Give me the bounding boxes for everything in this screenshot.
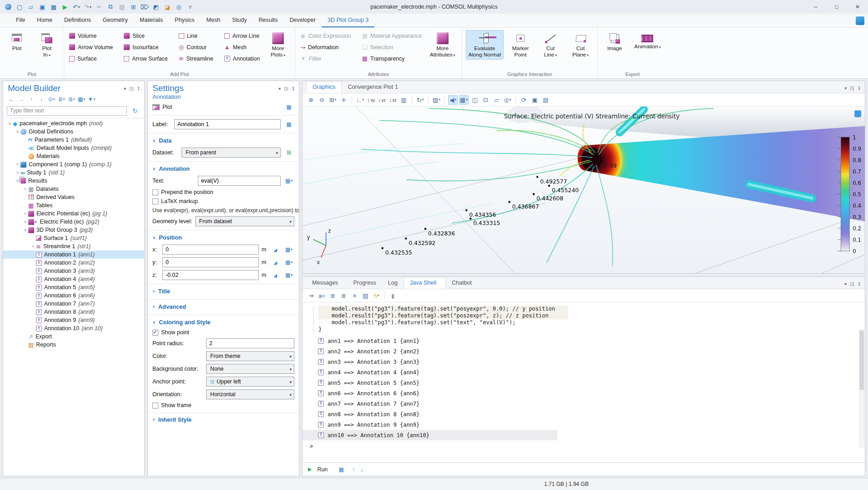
tree-item-annotation-3[interactable]: TAnnotation 3{ann3} bbox=[3, 267, 144, 275]
annotation-text-input[interactable] bbox=[198, 176, 281, 186]
find-icon[interactable]: ◎ bbox=[173, 1, 184, 12]
tree-item-surface-1[interactable]: Surface 1{surf1} bbox=[3, 234, 144, 242]
back-icon[interactable]: ← bbox=[7, 95, 16, 104]
customize-toolbar-icon[interactable]: ▿ bbox=[185, 1, 196, 12]
expand-cells-icon[interactable]: ≣ bbox=[339, 291, 348, 301]
go-to-view-icon[interactable]: ∟▾ bbox=[355, 95, 365, 105]
forward-icon[interactable]: → bbox=[17, 95, 26, 104]
clear-selection-icon[interactable]: ◪ bbox=[162, 1, 173, 12]
tree-item-results[interactable]: ∨Results bbox=[3, 177, 144, 185]
speaker-icon[interactable]: ◀▾ bbox=[448, 95, 458, 105]
graphics-canvas[interactable]: Surface: Electric potential (V) Streamli… bbox=[303, 107, 865, 273]
tab-progress[interactable]: Progress bbox=[347, 277, 382, 289]
mesh-button[interactable]: ▲Mesh bbox=[223, 44, 261, 51]
model-tree-view-icon[interactable]: ▦▾ bbox=[77, 95, 86, 104]
tree-item-streamline-1[interactable]: >≋Streamline 1{str1} bbox=[3, 242, 144, 250]
image-button[interactable]: Image bbox=[601, 30, 628, 53]
variables-icon[interactable]: a= bbox=[317, 291, 327, 301]
shell-prompt[interactable]: > bbox=[303, 440, 865, 449]
tree-item-electric-field-ec-[interactable]: >∗Electric Field (ec){pg2} bbox=[3, 218, 144, 226]
expanded-icon[interactable]: ∨ bbox=[15, 179, 20, 183]
slice-button[interactable]: Slice bbox=[122, 32, 169, 40]
z-menu-button[interactable] bbox=[283, 270, 294, 280]
tree-item-component-1-comp-1-[interactable]: >Component 1 (comp 1){comp 1} bbox=[3, 160, 144, 168]
tree-item-annotation-2[interactable]: TAnnotation 2{ann2} bbox=[3, 259, 144, 267]
tab-java-shell[interactable]: Java Shell bbox=[404, 277, 446, 289]
tree-item-tables[interactable]: ▦Tables bbox=[3, 201, 144, 209]
section-position[interactable]: Position bbox=[148, 230, 299, 243]
tab-physics[interactable]: Physics bbox=[169, 14, 200, 27]
tab-home[interactable]: Home bbox=[31, 14, 58, 27]
console-icon[interactable] bbox=[336, 464, 347, 475]
show-output-icon[interactable]: ≡ bbox=[350, 291, 359, 301]
text-expression-button[interactable] bbox=[283, 176, 294, 186]
arrow-line-button[interactable]: Arrow Line bbox=[223, 32, 261, 40]
table-view-icon[interactable]: ▦▾ bbox=[459, 95, 469, 105]
java-shell-output[interactable]: model.result("pg3").feature(tag).set("po… bbox=[303, 302, 865, 462]
tab-chatbot[interactable]: Chatbot bbox=[446, 277, 481, 289]
collapse-cells-icon[interactable]: ≣ bbox=[328, 291, 338, 301]
show-frame-checkbox[interactable] bbox=[152, 403, 158, 408]
line-button[interactable]: Line bbox=[177, 32, 215, 40]
zoom-out-icon[interactable]: ⊖ bbox=[317, 95, 327, 105]
x-menu-button[interactable] bbox=[283, 245, 294, 255]
transparency-button[interactable]: ▦Transparency bbox=[361, 55, 424, 62]
legend-toggle-icon[interactable] bbox=[854, 110, 861, 117]
print-icon[interactable]: ▤ bbox=[541, 95, 550, 105]
app-logo-icon[interactable] bbox=[3, 1, 14, 12]
duplicate-icon[interactable]: ⊞ bbox=[128, 1, 139, 12]
float-icon[interactable]: ◳ bbox=[284, 86, 288, 91]
save-icon[interactable]: ▣ bbox=[37, 1, 48, 12]
float-icon[interactable]: ◳ bbox=[850, 281, 854, 286]
move-down-icon[interactable]: ↓ bbox=[37, 95, 46, 104]
plot-button[interactable]: Plot bbox=[4, 30, 30, 53]
z-range-button[interactable] bbox=[270, 270, 281, 280]
chevron-down-icon[interactable]: ▾ bbox=[124, 86, 126, 91]
run-icon[interactable]: ▶ bbox=[308, 466, 312, 472]
shell-scrollbar[interactable] bbox=[859, 329, 864, 448]
more-plots-button[interactable]: MorePlots▾ bbox=[265, 30, 291, 60]
show-point-checkbox[interactable] bbox=[152, 330, 158, 336]
tab-3d-plot-group-3[interactable]: 3D Plot Group 3 bbox=[322, 14, 374, 27]
tree-item-default-model-inputs[interactable]: ≪Default Model Inputs{cminpt} bbox=[3, 144, 144, 152]
tree-item-electric-potential-ec-[interactable]: >Electric Potential (ec){pg 1} bbox=[3, 209, 144, 218]
dataset-add-button[interactable] bbox=[283, 148, 294, 158]
prepend-position-checkbox[interactable] bbox=[152, 189, 158, 195]
tree-item-datasets[interactable]: >▦Datasets bbox=[3, 185, 144, 193]
stop-icon[interactable]: ▮ bbox=[388, 291, 398, 301]
camera-icon[interactable]: ▣ bbox=[530, 95, 540, 105]
y-menu-button[interactable] bbox=[283, 257, 294, 267]
x-position-input[interactable] bbox=[162, 245, 259, 255]
collapsed-icon[interactable]: > bbox=[15, 162, 20, 167]
tree-item-annotation-10[interactable]: TAnnotation 10{ann 10} bbox=[3, 324, 144, 332]
collapsed-icon[interactable]: > bbox=[22, 187, 28, 191]
save-as-icon[interactable]: ▩ bbox=[48, 1, 59, 12]
tree-item-pacemaker-electrode-mph[interactable]: ∨◆pacemaker_electrode.mph(root) bbox=[3, 119, 144, 128]
background-color-select[interactable]: None bbox=[206, 364, 294, 374]
chevron-down-icon[interactable]: ▾ bbox=[278, 86, 281, 91]
evaluate-along-normal-button[interactable]: EvaluateAlong Normal bbox=[466, 30, 504, 60]
open-file-icon[interactable]: ▱ bbox=[25, 1, 36, 12]
plot-settings-icon[interactable]: ▧▾ bbox=[432, 95, 441, 105]
marker-point-button[interactable]: MarkerPoint bbox=[507, 30, 534, 60]
collapsed-icon[interactable]: > bbox=[22, 211, 28, 216]
tree-item-annotation-8[interactable]: TAnnotation 8{ann8} bbox=[3, 308, 144, 316]
next-command-icon[interactable]: ↓ bbox=[360, 466, 363, 473]
tree-item-annotation-7[interactable]: TAnnotation 7{ann7} bbox=[3, 300, 144, 308]
settings-plot-button[interactable]: Plot bbox=[162, 104, 172, 110]
undo-icon[interactable]: ↶▾ bbox=[71, 1, 82, 12]
show-icon[interactable]: ⊙▾ bbox=[47, 95, 56, 104]
section-inherit-style[interactable]: Inherit Style bbox=[148, 412, 299, 425]
tab-study[interactable]: Study bbox=[226, 14, 252, 27]
tree-item-annotation-5[interactable]: TAnnotation 5{ann5} bbox=[3, 283, 144, 291]
filter-tree-icon[interactable]: ▼▾ bbox=[87, 95, 96, 104]
x-range-button[interactable] bbox=[270, 245, 281, 255]
tab-log[interactable]: Log bbox=[382, 277, 404, 289]
deformation-button[interactable]: ↝Deformation bbox=[299, 44, 353, 51]
view-xy-icon[interactable]: ↕xy bbox=[366, 95, 376, 105]
label-menu-button[interactable] bbox=[283, 119, 294, 129]
view-yz-icon[interactable]: ↕yz bbox=[377, 95, 387, 105]
move-up-icon[interactable]: ↑ bbox=[27, 95, 36, 104]
tab-graphics[interactable]: Graphics bbox=[306, 81, 342, 93]
arrow-surface-button[interactable]: Arrow Surface bbox=[122, 55, 169, 62]
